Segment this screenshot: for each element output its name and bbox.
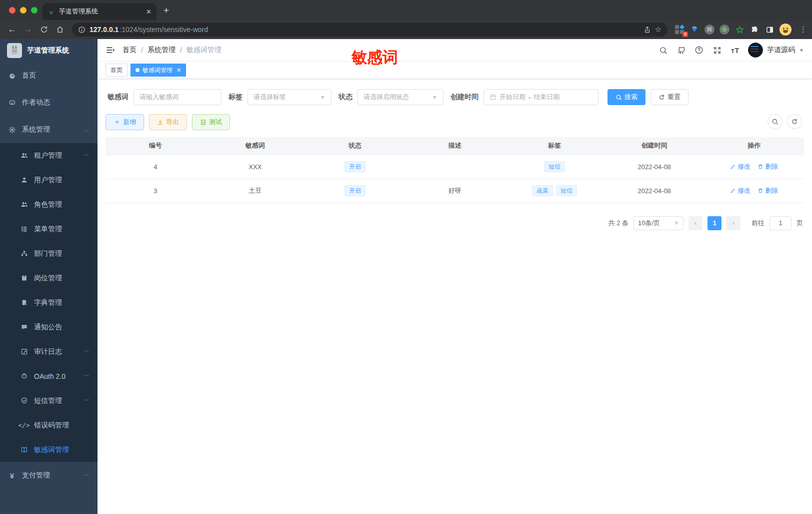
extension-star-icon[interactable] [734, 25, 744, 35]
sidebar-item-支付管理[interactable]: ¥支付管理﹀ [0, 462, 98, 489]
breadcrumb-current: 敏感词管理 [186, 46, 222, 55]
extension-gem-icon[interactable] [690, 25, 700, 35]
sidebar-item-菜单管理[interactable]: 菜单管理 [0, 217, 98, 241]
refresh-table-button[interactable] [787, 114, 802, 129]
tag-select[interactable]: 请选择标签 ▼ [248, 89, 332, 105]
edit-pen-icon [730, 164, 736, 170]
cell-description: 好呀 [405, 179, 505, 203]
window-minimize-button[interactable] [20, 7, 26, 14]
window-zoom-button[interactable] [31, 7, 38, 14]
sidebar-item-字典管理[interactable]: 字典管理 [0, 290, 98, 315]
table-row: 3土豆开启好呀蔬菜短信2022-04-08修改删除 [106, 179, 804, 203]
person-icon [20, 176, 28, 184]
tag-badge: 短信 [544, 161, 565, 172]
edit-link[interactable]: 修改 [730, 186, 750, 195]
sidebar-item-系统管理[interactable]: 系统管理︿ [0, 116, 98, 143]
sidebar-item-作者动态[interactable]: 作者动态 [0, 89, 98, 116]
sidebar-logo[interactable]: 芋道管理系统 [0, 39, 98, 62]
page-1-button[interactable]: 1 [708, 216, 722, 230]
share-icon[interactable] [644, 26, 651, 34]
sidebar-item-错误码管理[interactable]: </>错误码管理 [0, 413, 98, 437]
sidebar-item-岗位管理[interactable]: 岗位管理 [0, 266, 98, 290]
extension-command-icon[interactable]: ⌘ [704, 25, 714, 35]
delete-link[interactable]: 删除 [758, 162, 778, 171]
dashboard-icon [8, 72, 16, 80]
book-open-icon [20, 446, 28, 453]
sidebar-item-用户管理[interactable]: 用户管理 [0, 168, 98, 192]
prev-page-button[interactable]: ‹ [688, 216, 702, 230]
logo-rabbit-icon [7, 43, 22, 58]
cell-description [405, 155, 505, 179]
user-menu[interactable]: 芋道源码 ▼ [748, 43, 804, 58]
extension-grid-icon[interactable]: 9 [674, 25, 684, 35]
sidebar-item-短信管理[interactable]: 短信管理﹀ [0, 388, 98, 413]
next-page-button[interactable]: › [726, 216, 740, 230]
reload-button[interactable] [37, 23, 51, 37]
extension-record-icon[interactable] [720, 25, 730, 35]
dict-book-icon [20, 299, 28, 306]
bookmark-star-icon[interactable]: ☆ [655, 25, 662, 34]
test-button[interactable]: 测试 [192, 114, 230, 130]
page-size-select[interactable]: 10条/页 ▼ [634, 216, 684, 230]
browser-menu-icon[interactable]: ⋮ [800, 25, 807, 34]
edit-link[interactable]: 修改 [730, 162, 750, 171]
url-bar[interactable]: 127.0.0.1:1024/system/sensitive-word ☆ [72, 23, 668, 37]
sidebar-item-label: 租户管理 [34, 151, 78, 160]
status-select[interactable]: 请选择启用状态 ▼ [358, 89, 444, 105]
browser-tab[interactable]: 芋道管理系统 ✕ [42, 3, 156, 20]
sidebar-item-审计日志[interactable]: 审计日志﹀ [0, 339, 98, 364]
window-close-button[interactable] [9, 7, 16, 14]
extensions-puzzle-icon[interactable] [750, 25, 760, 35]
site-info-icon[interactable] [78, 26, 86, 34]
tab-close-icon[interactable]: ✕ [176, 67, 181, 74]
column-header-标签: 标签 [504, 137, 604, 155]
date-end-placeholder: 结束日期 [534, 93, 560, 102]
home-button[interactable] [53, 23, 67, 37]
sidebar-item-租户管理[interactable]: 租户管理﹀ [0, 143, 98, 168]
action-bar: ＋ 新增 导出 测试 [106, 114, 804, 130]
github-icon[interactable] [676, 45, 686, 55]
sidebar-item-部门管理[interactable]: 部门管理 [0, 241, 98, 266]
search-button[interactable]: 搜索 [608, 89, 646, 105]
keyword-input[interactable]: 请输入敏感词 [134, 89, 222, 105]
cell-id: 3 [106, 179, 206, 203]
side-panel-icon[interactable] [764, 25, 774, 35]
goto-page-input[interactable]: 1 [770, 216, 792, 230]
toggle-search-button[interactable] [768, 114, 782, 129]
forward-button[interactable]: → [21, 23, 35, 37]
search-icon[interactable] [658, 45, 668, 55]
back-button[interactable]: ← [5, 23, 19, 37]
date-range-picker[interactable]: 开始日期 - 结束日期 [484, 89, 598, 105]
sidebar-item-label: 用户管理 [34, 176, 90, 185]
sidebar-item-首页[interactable]: 首页 [0, 62, 98, 89]
people-icon [20, 201, 28, 208]
sidebar-item-label: 错误码管理 [34, 421, 90, 430]
add-button[interactable]: ＋ 新增 [106, 114, 144, 130]
favicon-plant-icon [48, 8, 55, 16]
tags-view-tab-敏感词管理[interactable]: 敏感词管理✕ [130, 64, 186, 77]
fullscreen-icon[interactable] [712, 45, 722, 55]
export-button[interactable]: 导出 [149, 114, 187, 130]
breadcrumb-system[interactable]: 系统管理 [148, 46, 176, 55]
sidebar-item-OAuth 2.0[interactable]: OAuth 2.0﹀ [0, 364, 98, 388]
profile-avatar[interactable] [780, 24, 792, 36]
font-size-icon[interactable]: ᴛT [730, 45, 740, 55]
breadcrumb-home[interactable]: 首页 [122, 46, 136, 55]
window-controls[interactable] [9, 7, 38, 14]
new-tab-button[interactable]: + [164, 5, 169, 16]
sidebar-item-角色管理[interactable]: 角色管理 [0, 192, 98, 217]
hamburger-icon[interactable] [106, 45, 116, 55]
robot-icon [20, 372, 28, 380]
delete-link[interactable]: 删除 [758, 186, 778, 195]
sidebar-item-通知公告[interactable]: 通知公告 [0, 315, 98, 339]
keyword-label: 敏感词 [108, 93, 128, 102]
people-icon [20, 152, 28, 159]
column-header-操作: 操作 [704, 137, 804, 155]
sidebar-item-敏感词管理[interactable]: 敏感词管理 [0, 437, 98, 462]
goto-label: 前往 [752, 219, 764, 228]
tab-close-icon[interactable]: ✕ [146, 8, 152, 16]
reset-button[interactable]: 重置 [650, 89, 688, 105]
help-icon[interactable] [694, 45, 704, 55]
tags-view-tab-首页[interactable]: 首页 [106, 64, 128, 77]
shield-icon [20, 397, 28, 404]
